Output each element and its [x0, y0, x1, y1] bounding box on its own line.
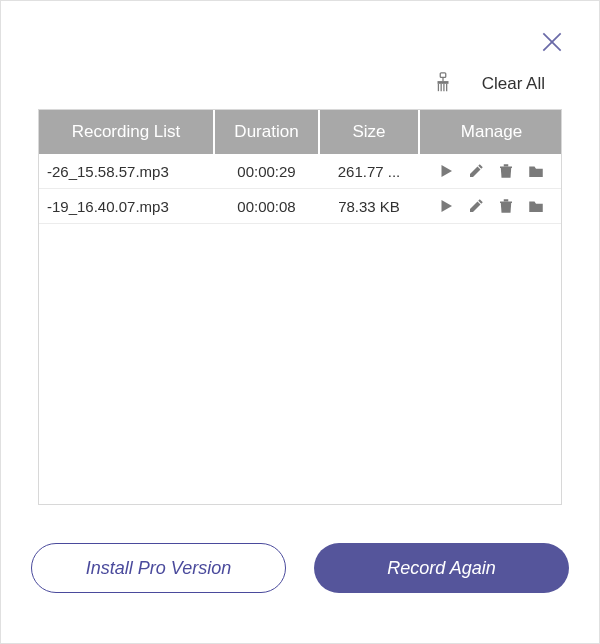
trash-icon[interactable]	[497, 197, 515, 215]
toolbar: Clear All	[31, 71, 569, 97]
folder-icon[interactable]	[527, 197, 545, 215]
edit-icon[interactable]	[467, 162, 485, 180]
cell-size: 78.33 KB	[319, 189, 419, 224]
cell-duration: 00:00:29	[214, 154, 319, 189]
recording-table-container: Recording List Duration Size Manage -26_…	[38, 109, 562, 505]
table-row: -19_16.40.07.mp300:00:0878.33 KB	[39, 189, 562, 224]
svg-rect-9	[500, 167, 512, 169]
col-header-name: Recording List	[39, 110, 214, 154]
edit-icon[interactable]	[467, 197, 485, 215]
brush-icon[interactable]	[432, 71, 454, 97]
svg-rect-11	[500, 202, 512, 204]
col-header-size: Size	[319, 110, 419, 154]
col-header-manage: Manage	[419, 110, 562, 154]
table-row: -26_15.58.57.mp300:00:29261.77 ...	[39, 154, 562, 189]
cell-name: -19_16.40.07.mp3	[39, 189, 214, 224]
install-pro-button[interactable]: Install Pro Version	[31, 543, 286, 593]
bottom-button-bar: Install Pro Version Record Again	[31, 543, 569, 593]
svg-rect-2	[440, 73, 446, 78]
cell-manage	[419, 154, 562, 189]
recording-table: Recording List Duration Size Manage -26_…	[39, 110, 562, 224]
close-button[interactable]	[539, 29, 565, 59]
trash-icon[interactable]	[497, 162, 515, 180]
record-again-button[interactable]: Record Again	[314, 543, 569, 593]
clear-all-button[interactable]: Clear All	[482, 74, 545, 94]
svg-rect-8	[504, 164, 509, 166]
folder-icon[interactable]	[527, 162, 545, 180]
close-icon	[539, 41, 565, 58]
cell-name: -26_15.58.57.mp3	[39, 154, 214, 189]
recording-list-window: Clear All Recording List Duration Size M…	[0, 0, 600, 644]
cell-size: 261.77 ...	[319, 154, 419, 189]
cell-manage	[419, 189, 562, 224]
cell-duration: 00:00:08	[214, 189, 319, 224]
col-header-duration: Duration	[214, 110, 319, 154]
play-icon[interactable]	[437, 197, 455, 215]
play-icon[interactable]	[437, 162, 455, 180]
svg-rect-10	[504, 199, 509, 201]
